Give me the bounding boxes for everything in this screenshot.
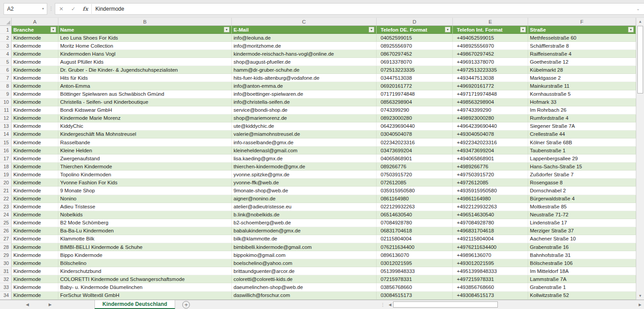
row-number[interactable]: 33 bbox=[0, 283, 12, 291]
column-letter-D[interactable]: D bbox=[377, 18, 453, 25]
horizontal-scrollbar[interactable]: ◀ ▶ bbox=[387, 300, 644, 309]
cell-branche[interactable]: Kindermode bbox=[12, 98, 58, 106]
cell-strasse[interactable]: Methfesselstraße 60 bbox=[528, 34, 636, 42]
cell-branche[interactable]: Kindermode bbox=[12, 235, 58, 243]
row-number[interactable]: 6 bbox=[0, 66, 12, 74]
cell-strasse[interactable]: Grabenstraße 1 bbox=[528, 283, 636, 291]
cell-tel-int-format[interactable]: +4922129932263 bbox=[453, 203, 528, 211]
cell-branche[interactable]: Kindermode bbox=[12, 203, 58, 211]
row-number[interactable]: 19 bbox=[0, 171, 12, 179]
cell-name[interactable]: Bondi Kidswear GmbH bbox=[58, 106, 232, 114]
cell-tel-de-format[interactable]: 08925556970 bbox=[377, 42, 453, 50]
cell-tel-de-format[interactable]: 03084515173 bbox=[377, 292, 453, 300]
row-number[interactable]: 8 bbox=[0, 82, 12, 90]
row-number[interactable]: 27 bbox=[0, 235, 12, 243]
cell-branche[interactable]: Kindermode bbox=[12, 251, 58, 259]
cell-tel-de-format[interactable]: 03012021595 bbox=[377, 259, 453, 267]
cell-email[interactable]: ute@kiddychic.de bbox=[232, 122, 377, 130]
cell-name[interactable]: Anton-Emma bbox=[58, 82, 232, 90]
cell-strasse[interactable]: Kübelmarkt 28 bbox=[528, 66, 636, 74]
cell-branche[interactable]: Kindermode bbox=[12, 187, 58, 195]
cell-tel-int-format[interactable]: +4964239690440 bbox=[453, 122, 528, 130]
filter-button-branche[interactable]: ▼ bbox=[50, 27, 56, 33]
cell-tel-de-format[interactable]: 06920161772 bbox=[377, 82, 453, 90]
cell-name[interactable]: Bippo Kindermode bbox=[58, 251, 232, 259]
filter-button-strasse[interactable]: ▼ bbox=[628, 27, 634, 33]
cell-branche[interactable]: Kindermode bbox=[12, 106, 58, 114]
cell-tel-int-format[interactable]: +4951399848333 bbox=[453, 267, 528, 275]
row-number[interactable]: 20 bbox=[0, 179, 12, 187]
cell-email[interactable]: boelschelino@yahoo.com bbox=[232, 259, 377, 267]
row-number[interactable]: 28 bbox=[0, 243, 12, 251]
cell-email[interactable]: kleineheldenasl@gmail.com bbox=[232, 146, 377, 154]
cell-email[interactable]: bilk@klammotte.de bbox=[232, 235, 377, 243]
cell-tel-de-format[interactable]: 072612085 bbox=[377, 179, 453, 187]
row-number[interactable]: 15 bbox=[0, 138, 12, 146]
cell-branche[interactable]: Kindermode bbox=[12, 227, 58, 235]
vertical-scrollbar-thumb[interactable] bbox=[637, 26, 643, 94]
formula-input[interactable]: Kindermode bbox=[95, 6, 636, 12]
cell-name[interactable]: Baby- u. Kindermode Däumelinchen bbox=[58, 283, 232, 291]
cell-tel-int-format[interactable]: +4972612085 bbox=[453, 179, 528, 187]
cell-branche[interactable]: Kindermode bbox=[12, 163, 58, 171]
cell-strasse[interactable]: Bahnhofstraße 31 bbox=[528, 251, 636, 259]
cell-tel-de-format[interactable]: 035915950580 bbox=[377, 187, 453, 195]
cell-tel-int-format[interactable]: +497084928780 bbox=[453, 219, 528, 227]
cell-email[interactable]: lisa.kaeding@gmx.de bbox=[232, 154, 377, 163]
column-header-tel-int-format[interactable]: Telefon Int. Format▼ bbox=[453, 26, 528, 34]
cell-name[interactable]: BIMBI-BELLI Kindermode & Schuhe bbox=[58, 243, 232, 251]
cell-email[interactable]: 9monate-shop@web.de bbox=[232, 187, 377, 195]
cell-strasse[interactable]: Crellestraße 44 bbox=[528, 130, 636, 138]
cell-strasse[interactable]: Im Rohrbach 26 bbox=[528, 106, 636, 114]
cell-tel-de-format[interactable]: 02115804004 bbox=[377, 235, 453, 243]
cell-tel-int-format[interactable]: +4935915950580 bbox=[453, 187, 528, 195]
cell-tel-de-format[interactable]: 04052599015 bbox=[377, 34, 453, 42]
cell-name[interactable]: Rasselbande bbox=[58, 138, 232, 146]
column-header-strasse[interactable]: Straße▼ bbox=[528, 26, 636, 34]
cell-tel-int-format[interactable]: +493012021595 bbox=[453, 259, 528, 267]
horizontal-scrollbar-thumb[interactable] bbox=[393, 301, 498, 308]
cell-email[interactable]: bippokimo@gmail.com bbox=[232, 251, 377, 259]
cell-tel-de-format[interactable]: 076211634400 bbox=[377, 243, 453, 251]
cell-branche[interactable]: Kindermode bbox=[12, 179, 58, 187]
cell-tel-de-format[interactable]: 0861164980 bbox=[377, 195, 453, 203]
cell-name[interactable]: Yvonne Fashion For Kids bbox=[58, 179, 232, 187]
cell-branche[interactable]: Kindermode bbox=[12, 50, 58, 58]
cell-tel-de-format[interactable]: 04065868901 bbox=[377, 154, 453, 163]
cell-tel-de-format[interactable]: 071719974848 bbox=[377, 90, 453, 98]
row-number[interactable]: 23 bbox=[0, 203, 12, 211]
cell-strasse[interactable]: Taubenstraße 1 bbox=[528, 146, 636, 154]
cell-email[interactable]: b2-schoemberg@web.de bbox=[232, 219, 377, 227]
cell-tel-de-format[interactable]: 03447513038 bbox=[377, 74, 453, 82]
cell-email[interactable]: info@leoluna.de bbox=[232, 34, 377, 42]
row-number[interactable]: 16 bbox=[0, 146, 12, 154]
cell-email[interactable]: coloretti@coloretti-kids.de bbox=[232, 275, 377, 283]
column-header-email[interactable]: E-Mail▼ bbox=[232, 26, 377, 34]
cell-strasse[interactable]: Kölner Straße 68B bbox=[528, 138, 636, 146]
cell-branche[interactable]: Kindermode bbox=[12, 195, 58, 203]
cell-branche[interactable]: Kindermode bbox=[12, 74, 58, 82]
cell-tel-de-format[interactable]: 03473699204 bbox=[377, 146, 453, 154]
cell-email[interactable]: info@boettinger-spielwaren.de bbox=[232, 90, 377, 98]
cell-email[interactable]: info@anton-emma.de bbox=[232, 82, 377, 90]
cell-tel-de-format[interactable]: 064239690440 bbox=[377, 122, 453, 130]
column-header-branche[interactable]: Branche▼ bbox=[12, 26, 58, 34]
cell-name[interactable]: Hits für Kids bbox=[58, 74, 232, 82]
scroll-up-icon[interactable]: ▲ bbox=[636, 18, 644, 25]
column-letter-F[interactable]: F bbox=[528, 18, 636, 25]
cell-tel-int-format[interactable]: +498925556970 bbox=[453, 42, 528, 50]
cell-name[interactable]: Bölschelino bbox=[58, 259, 232, 267]
cell-branche[interactable]: Kindermode bbox=[12, 171, 58, 179]
cell-tel-int-format[interactable]: +493447513038 bbox=[453, 74, 528, 82]
cell-branche[interactable]: Kindermode bbox=[12, 82, 58, 90]
cell-name[interactable]: Adieu Tristesse bbox=[58, 203, 232, 211]
cell-email[interactable]: brittaundguenter@arcor.de bbox=[232, 267, 377, 275]
cell-tel-int-format[interactable]: +4989266776 bbox=[453, 163, 528, 171]
vertical-scrollbar[interactable]: ▲ ▼ bbox=[636, 18, 644, 300]
cell-branche[interactable]: Kindermode bbox=[12, 66, 58, 74]
cell-email[interactable]: yvonne-ffk@web.de bbox=[232, 179, 377, 187]
cell-branche[interactable]: Kindermode bbox=[12, 130, 58, 138]
cell-email[interactable]: bimbibelli.kindermode@gmail.com bbox=[232, 243, 377, 251]
tab-bar-resize-handle[interactable]: ⋮ bbox=[381, 302, 387, 307]
cell-tel-int-format[interactable]: +492115804004 bbox=[453, 235, 528, 243]
